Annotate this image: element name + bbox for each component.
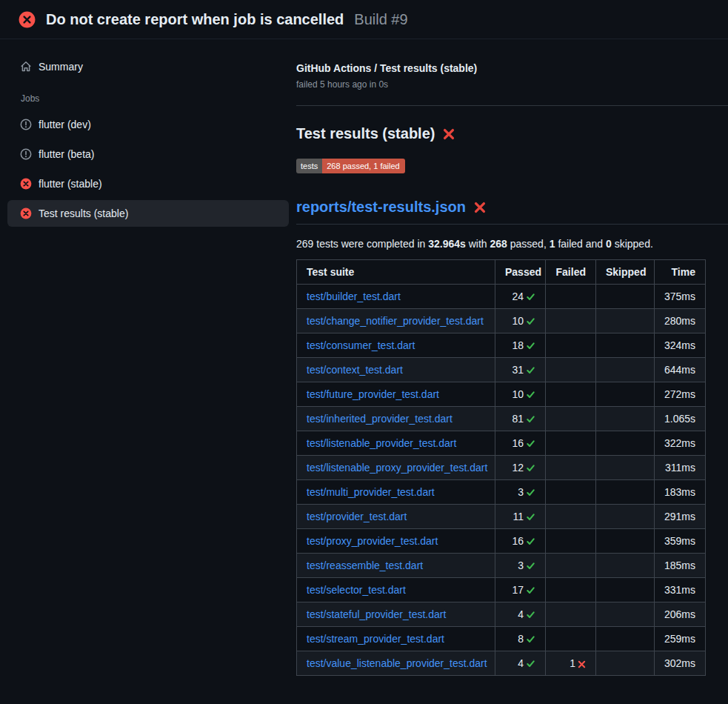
- table-header-row: Test suite Passed Failed Skipped Time: [297, 260, 706, 285]
- suite-link[interactable]: test/future_provider_test.dart: [307, 388, 439, 400]
- summary-failed-count: 1: [550, 238, 555, 250]
- sidebar-job-item[interactable]: flutter (dev): [7, 111, 289, 138]
- sidebar-job-item[interactable]: flutter (stable): [7, 170, 289, 197]
- build-header: Do not create report when job is cancell…: [0, 0, 728, 39]
- suite-link[interactable]: test/stateful_provider_test.dart: [307, 608, 446, 620]
- passed-count: 16: [512, 437, 524, 449]
- time-cell: 185ms: [655, 554, 706, 578]
- table-row: test/builder_test.dart 24 375ms: [297, 285, 706, 309]
- suite-link[interactable]: test/listenable_proxy_provider_test.dart: [307, 462, 487, 474]
- suite-link[interactable]: test/value_listenable_provider_test.dart: [307, 657, 487, 669]
- skipped-cell: [596, 285, 655, 309]
- failed-cell: [546, 578, 596, 602]
- passed-count: 24: [512, 290, 524, 302]
- skipped-cell: [596, 382, 655, 407]
- summary-skipped-count: 0: [606, 238, 612, 250]
- suite-link[interactable]: test/consumer_test.dart: [307, 339, 415, 351]
- passed-count: 11: [512, 511, 524, 522]
- suite-link[interactable]: test/proxy_provider_test.dart: [307, 535, 438, 547]
- table-row: test/context_test.dart 31 644ms: [297, 358, 706, 382]
- suite-link[interactable]: test/inherited_provider_test.dart: [307, 413, 453, 425]
- table-row: test/consumer_test.dart 18 324ms: [297, 333, 706, 358]
- run-status-text: failed 5 hours ago in 0s: [296, 79, 728, 90]
- passed-cell: 16: [495, 529, 546, 554]
- time-cell: 183ms: [655, 480, 706, 505]
- check-icon: [526, 610, 535, 620]
- suite-cell: test/proxy_provider_test.dart: [297, 529, 495, 554]
- table-row: test/selector_test.dart 17 331ms: [297, 578, 706, 602]
- failed-cell: 1: [546, 651, 596, 676]
- time-cell: 1.065s: [655, 407, 706, 431]
- check-icon: [526, 488, 535, 497]
- time-cell: 259ms: [655, 627, 706, 651]
- table-row: test/change_notifier_provider_test.dart …: [297, 309, 706, 333]
- sidebar: Summary Jobs flutter (dev) flutter (beta…: [0, 39, 296, 230]
- section-title: Test results (stable): [296, 125, 728, 142]
- suite-link[interactable]: test/context_test.dart: [307, 364, 403, 376]
- skipped-cell: [596, 505, 655, 529]
- skipped-cell: [596, 578, 655, 602]
- suite-cell: test/selector_test.dart: [297, 578, 495, 602]
- passed-cell: 11: [495, 505, 546, 529]
- passed-cell: 31: [495, 358, 546, 382]
- time-cell: 359ms: [655, 529, 706, 554]
- sidebar-job-item[interactable]: flutter (beta): [7, 141, 289, 167]
- skipped-cell: [596, 407, 655, 431]
- passed-cell: 3: [495, 554, 546, 578]
- suite-cell: test/inherited_provider_test.dart: [297, 407, 495, 431]
- suite-link[interactable]: test/provider_test.dart: [307, 511, 407, 522]
- passed-cell: 10: [495, 309, 546, 333]
- suite-cell: test/future_provider_test.dart: [297, 382, 495, 407]
- check-icon: [526, 292, 535, 302]
- passed-count: 12: [512, 462, 524, 474]
- sidebar-job-item[interactable]: Test results (stable): [7, 200, 289, 227]
- table-row: test/multi_provider_test.dart 3 183ms: [297, 480, 706, 505]
- suite-link[interactable]: test/multi_provider_test.dart: [307, 486, 435, 498]
- time-cell: 280ms: [655, 309, 706, 333]
- suite-link[interactable]: test/reassemble_test.dart: [307, 559, 423, 571]
- badge-value: 268 passed, 1 failed: [322, 159, 404, 173]
- suite-link[interactable]: test/listenable_provider_test.dart: [307, 437, 456, 449]
- check-icon: [526, 659, 535, 668]
- neutral-status-icon: [20, 119, 32, 130]
- check-icon: [526, 316, 535, 326]
- passed-count: 16: [512, 535, 524, 547]
- failed-x-icon: [442, 127, 455, 141]
- sidebar-item-summary[interactable]: Summary: [7, 53, 289, 80]
- main-content: GitHub Actions / Test results (stable) f…: [296, 39, 728, 676]
- passed-cell: 3: [495, 480, 546, 505]
- build-number: Build #9: [354, 11, 407, 28]
- suite-link[interactable]: test/change_notifier_provider_test.dart: [307, 315, 484, 327]
- job-label: Test results (stable): [39, 207, 128, 219]
- summary-part: skipped.: [612, 238, 653, 250]
- failed-cell: [546, 333, 596, 358]
- job-label: flutter (stable): [39, 178, 102, 190]
- skipped-cell: [596, 627, 655, 651]
- suite-cell: test/stateful_provider_test.dart: [297, 602, 495, 627]
- section-divider: [296, 105, 728, 106]
- report-link[interactable]: reports/test-results.json: [296, 199, 466, 216]
- check-icon: [526, 634, 535, 644]
- table-row: test/listenable_proxy_provider_test.dart…: [297, 456, 706, 480]
- suite-link[interactable]: test/stream_provider_test.dart: [307, 633, 444, 645]
- suite-cell: test/multi_provider_test.dart: [297, 480, 495, 505]
- passed-cell: 4: [495, 651, 546, 676]
- time-cell: 324ms: [655, 333, 706, 358]
- suite-link[interactable]: test/selector_test.dart: [307, 584, 406, 596]
- skipped-cell: [596, 431, 655, 456]
- suite-cell: test/builder_test.dart: [297, 285, 495, 309]
- header-skipped: Skipped: [596, 260, 655, 285]
- failed-count: 1: [570, 657, 575, 669]
- skipped-cell: [596, 554, 655, 578]
- table-row: test/inherited_provider_test.dart 81 1.0…: [297, 407, 706, 431]
- check-icon: [526, 414, 535, 424]
- time-cell: 331ms: [655, 578, 706, 602]
- suite-link[interactable]: test/builder_test.dart: [307, 290, 401, 302]
- home-icon: [20, 61, 32, 73]
- suite-cell: test/consumer_test.dart: [297, 333, 495, 358]
- failed-status-icon: [20, 178, 32, 190]
- table-row: test/stateful_provider_test.dart 4 206ms: [297, 602, 706, 627]
- time-cell: 206ms: [655, 602, 706, 627]
- failed-cell: [546, 285, 596, 309]
- check-icon: [526, 439, 535, 448]
